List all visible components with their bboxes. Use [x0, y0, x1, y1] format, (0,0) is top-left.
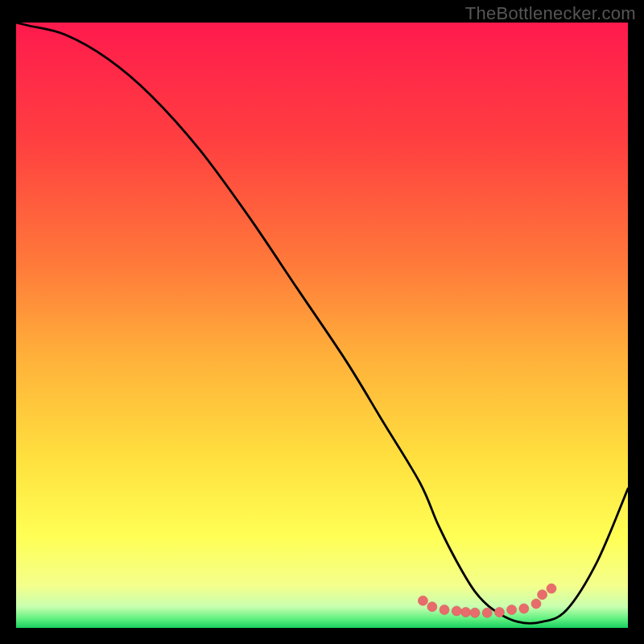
gradient-background — [16, 23, 628, 628]
plot-frame — [16, 23, 628, 628]
watermark-text: TheBottlenecker.com — [465, 3, 636, 24]
chart-container: TheBottlenecker.com — [0, 0, 644, 644]
gradient-rect — [16, 23, 628, 628]
